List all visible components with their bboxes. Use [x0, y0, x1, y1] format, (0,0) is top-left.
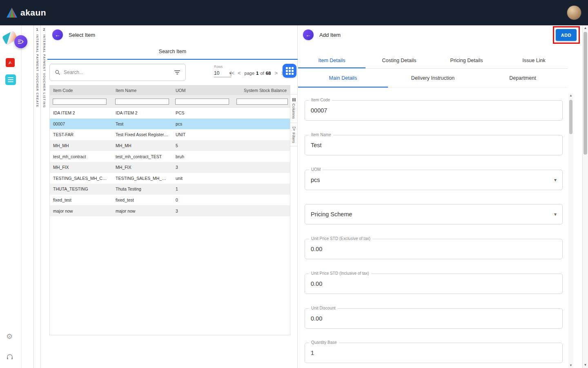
field-value: 0.00 [311, 315, 322, 322]
add-button[interactable]: ADD [556, 29, 577, 41]
user-avatar[interactable] [567, 5, 581, 20]
cell-item-code: 00007 [50, 121, 112, 126]
rows-per-page-select[interactable]: 10 ▾ [214, 70, 231, 77]
filter-input-item-code[interactable] [53, 99, 107, 105]
field-pricing-scheme[interactable]: Pricing Scheme [305, 204, 563, 224]
search-input[interactable] [64, 70, 171, 75]
tab-search-item[interactable]: Search Item [47, 44, 298, 60]
rows-per-page: Rows 10 ▾ [214, 65, 231, 77]
pdf-glyph-icon [7, 60, 13, 65]
subtab-delivery-instruction[interactable]: Delivery Instruction [388, 69, 478, 88]
brand-logo[interactable]: akaun [7, 8, 46, 18]
menu-arrow-icon [18, 39, 24, 45]
field-quantity-base[interactable]: Quantity Base 1 [305, 343, 563, 363]
workspace-tab-listing[interactable]: 2 INTERNAL PAYMENT VOUCHER LISTING [41, 25, 48, 368]
top-bar: akaun [0, 0, 588, 25]
back-button[interactable]: ← [52, 29, 63, 40]
column-header-stock-balance[interactable]: System Stock Balance [234, 88, 290, 93]
table-row[interactable]: TESTING_SALES_MH_CONTRACT TESTING_SALES_… [50, 173, 290, 184]
settings-gear-icon[interactable]: ⚙ [6, 332, 13, 341]
columns-tool[interactable]: Columns [292, 97, 296, 120]
left-icon-rail: ⚙ [0, 25, 22, 368]
menu-toggle-button[interactable] [14, 35, 27, 48]
scroll-down-icon[interactable]: ▼ [583, 362, 588, 368]
scrollbar-thumb[interactable] [569, 100, 572, 134]
cell-item-name: Test Fixed Asset Register Item Co... [112, 132, 172, 137]
cell-item-name: major now [112, 209, 172, 213]
window-scrollbar: ▲ ▼ [582, 25, 588, 368]
field-value: 0.00 [311, 280, 322, 287]
table-row[interactable]: fixed_test fixed_test 0 [50, 195, 290, 206]
field-unit-price-std-inclusive[interactable]: Unit Price STD (Inclusive of tax) 0.00 [305, 274, 563, 294]
field-item-name[interactable]: Item Name Test [305, 135, 563, 155]
field-label: Unit Price STD (Inclusive of tax) [309, 271, 371, 276]
cell-item-name: MH_MH [112, 143, 172, 148]
cell-uom: 5 [172, 143, 234, 148]
filter-input-uom[interactable] [175, 99, 229, 105]
cell-uom: UNIT [172, 132, 234, 137]
rows-per-page-value: 10 [214, 70, 219, 76]
brand-name: akaun [20, 8, 46, 18]
table-row[interactable]: THUTA_TESTING Thuta Testing 1 [50, 184, 290, 195]
table-row[interactable]: MH_FIX MH_FIX 3 [50, 162, 290, 173]
scroll-up-icon[interactable]: ▲ [568, 93, 573, 98]
field-item-code[interactable]: Item Code 00007 [305, 100, 563, 121]
divider [290, 123, 297, 123]
field-value: 1 [311, 350, 314, 356]
workspace-tab-number: 2 [43, 27, 45, 31]
field-label: UOM [309, 167, 323, 172]
field-value: 00007 [311, 107, 327, 114]
filter-list-icon[interactable] [174, 70, 180, 75]
apps-grid-button[interactable] [283, 64, 296, 78]
field-value: pcs [311, 177, 320, 183]
tab-search-item-label: Search Item [159, 49, 186, 54]
field-unit-price-std-exclusive[interactable]: Unit Price STD (Exclusive of tax) 0.00 [305, 239, 563, 259]
detail-tabs: Item Details Costing Details Pricing Det… [298, 53, 568, 69]
rows-label: Rows [214, 65, 231, 69]
table-row[interactable]: TEST-FAR Test Fixed Asset Register Item … [50, 129, 290, 140]
filter-input-stock-balance[interactable] [236, 99, 288, 105]
filters-tool-label: Filters [292, 132, 296, 143]
tab-pricing-details[interactable]: Pricing Details [433, 53, 500, 68]
first-page-button[interactable] [230, 70, 234, 76]
filters-tool[interactable]: Filters [292, 126, 296, 144]
subtab-department[interactable]: Department [478, 69, 568, 88]
workspace-tab-create[interactable]: 1 INTERNAL PAYMENT VOUCHER CREATE [34, 25, 41, 368]
add-item-panel: ← Add Item ADD Item Details Costing Deta… [298, 25, 581, 368]
next-page-button[interactable] [274, 70, 278, 76]
table-row[interactable]: MH_MH MH_MH 5 [50, 140, 290, 151]
cell-item-name: test_mh_contract_TEST [112, 154, 172, 159]
cell-item-name: MH_FIX [112, 165, 172, 170]
field-uom[interactable]: UOM pcs [305, 170, 563, 190]
filter-input-item-name[interactable] [115, 99, 169, 105]
table-row-selected[interactable]: 00007 Test pcs [50, 119, 290, 130]
search-box [49, 64, 186, 81]
cell-uom: 3 [172, 209, 234, 213]
app-window: akaun ⚙ 1 INTERNAL PA [0, 0, 588, 368]
search-icon [55, 70, 60, 75]
field-unit-discount[interactable]: Unit Discount 0.00 [305, 308, 563, 329]
column-header-item-code[interactable]: Item Code [50, 88, 112, 93]
scrollbar-thumb[interactable] [584, 32, 587, 155]
cell-item-name: fixed_test [112, 197, 172, 202]
scroll-down-icon[interactable]: ▼ [568, 363, 573, 368]
listing-app-icon[interactable] [5, 74, 16, 85]
field-label: Item Name [309, 132, 333, 137]
tab-issue-link[interactable]: Issue Link [500, 53, 568, 68]
scroll-up-icon[interactable]: ▲ [583, 25, 588, 31]
subtab-main-details[interactable]: Main Details [298, 69, 388, 88]
pdf-icon[interactable] [6, 58, 15, 67]
column-header-uom[interactable]: UOM [172, 88, 234, 93]
table-row[interactable]: major now major now 3 [50, 205, 290, 216]
tab-costing-details[interactable]: Costing Details [365, 53, 433, 68]
cell-item-code: MH_FIX [50, 165, 112, 170]
back-button[interactable]: ← [303, 29, 314, 40]
tab-item-details[interactable]: Item Details [298, 53, 365, 68]
prev-page-button[interactable] [238, 70, 241, 76]
field-label: Item Code [309, 98, 332, 102]
table-row[interactable]: test_mh_contract test_mh_contract_TEST b… [50, 151, 290, 162]
support-headset-icon[interactable] [6, 353, 14, 362]
cell-item-code: MH_MH [50, 143, 112, 148]
column-header-item-name[interactable]: Item Name [112, 88, 172, 93]
table-row[interactable]: IDA ITEM 2 IDA ITEM 2 PCS [50, 108, 290, 119]
